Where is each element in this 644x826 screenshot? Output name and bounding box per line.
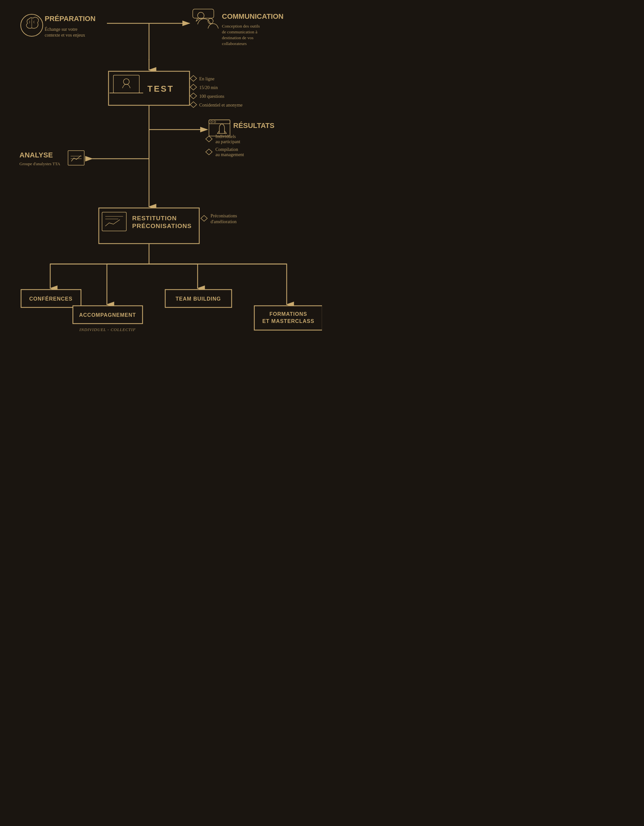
- svg-text:100 questions: 100 questions: [199, 94, 224, 99]
- svg-marker-26: [190, 93, 197, 99]
- svg-text:Préconisations: Préconisations: [211, 213, 237, 218]
- flow-diagram: PRÉPARATION Échange sur votre contexte e…: [13, 6, 322, 405]
- svg-text:ACCOMPAGNEMENT: ACCOMPAGNEMENT: [79, 312, 136, 318]
- svg-marker-28: [190, 102, 197, 107]
- svg-point-36: [211, 121, 213, 123]
- svg-rect-35: [209, 120, 230, 124]
- svg-text:TEAM BUILDING: TEAM BUILDING: [175, 296, 221, 301]
- svg-text:TEST: TEST: [147, 84, 174, 94]
- svg-text:PRÉCONISATIONS: PRÉCONISATIONS: [132, 222, 192, 229]
- svg-marker-22: [190, 76, 197, 81]
- svg-text:Conception des outils: Conception des outils: [222, 24, 260, 28]
- svg-text:Individuels: Individuels: [216, 134, 236, 139]
- svg-text:En ligne: En ligne: [199, 76, 214, 81]
- svg-text:INDIVIDUEL - COLLECTIF: INDIVIDUEL - COLLECTIF: [79, 327, 136, 332]
- svg-text:RÉSULTATS: RÉSULTATS: [233, 121, 275, 130]
- prep-title: PRÉPARATION: [45, 15, 96, 23]
- svg-point-37: [214, 121, 216, 123]
- svg-marker-24: [190, 84, 197, 90]
- svg-marker-42: [206, 149, 212, 155]
- svg-text:ANALYSE: ANALYSE: [19, 151, 53, 159]
- svg-text:FORMATIONS: FORMATIONS: [270, 311, 307, 317]
- svg-text:CONFÉRENCES: CONFÉRENCES: [29, 296, 73, 301]
- svg-text:15/20 min: 15/20 min: [199, 85, 218, 90]
- svg-text:au participant: au participant: [216, 139, 241, 144]
- svg-text:Compilation: Compilation: [216, 147, 238, 152]
- svg-text:contexte et vos enjeux: contexte et vos enjeux: [45, 33, 85, 37]
- svg-marker-57: [201, 216, 207, 221]
- svg-text:RESTITUTION: RESTITUTION: [132, 215, 177, 222]
- svg-text:de communication à: de communication à: [222, 30, 257, 34]
- svg-text:Échange sur votre: Échange sur votre: [45, 26, 78, 32]
- svg-text:au management: au management: [216, 152, 244, 157]
- svg-text:collaborateurs: collaborateurs: [222, 41, 247, 46]
- svg-text:Conidentiel et anonyme: Conidentiel et anonyme: [199, 103, 243, 107]
- svg-text:d'amélioration: d'amélioration: [211, 219, 236, 224]
- svg-text:destination de vos: destination de vos: [222, 35, 254, 40]
- svg-rect-45: [68, 151, 84, 165]
- svg-text:Groupe d'analystes TTA: Groupe d'analystes TTA: [19, 161, 61, 166]
- svg-point-7: [198, 12, 204, 19]
- svg-text:COMMUNICATION: COMMUNICATION: [222, 12, 284, 20]
- svg-marker-39: [206, 136, 212, 142]
- svg-rect-68: [254, 306, 322, 330]
- page-container: PRÉPARATION Échange sur votre contexte e…: [0, 0, 322, 411]
- svg-text:ET MASTERCLASS: ET MASTERCLASS: [262, 318, 315, 324]
